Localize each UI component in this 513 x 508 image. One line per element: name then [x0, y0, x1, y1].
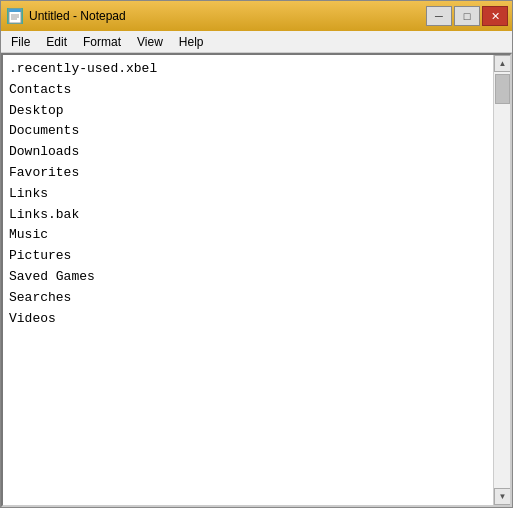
title-bar: Untitled - Notepad ─ □ ✕ — [1, 1, 512, 31]
maximize-button[interactable]: □ — [454, 6, 480, 26]
svg-rect-1 — [9, 9, 21, 12]
scroll-down-arrow[interactable]: ▼ — [494, 488, 511, 505]
menu-bar: File Edit Format View Help — [1, 31, 512, 53]
title-bar-left: Untitled - Notepad — [7, 8, 126, 24]
menu-view[interactable]: View — [129, 32, 171, 52]
window-title: Untitled - Notepad — [29, 9, 126, 23]
vertical-scrollbar: ▲ ▼ — [493, 55, 510, 505]
notepad-window: Untitled - Notepad ─ □ ✕ File Edit Forma… — [0, 0, 513, 508]
content-area: ▲ ▼ — [1, 53, 512, 507]
close-button[interactable]: ✕ — [482, 6, 508, 26]
window-controls: ─ □ ✕ — [426, 6, 508, 26]
menu-format[interactable]: Format — [75, 32, 129, 52]
minimize-button[interactable]: ─ — [426, 6, 452, 26]
scroll-up-arrow[interactable]: ▲ — [494, 55, 511, 72]
scroll-track[interactable] — [494, 72, 510, 488]
app-icon — [7, 8, 23, 24]
menu-file[interactable]: File — [3, 32, 38, 52]
scroll-thumb[interactable] — [495, 74, 510, 104]
text-editor[interactable] — [3, 55, 493, 505]
menu-help[interactable]: Help — [171, 32, 212, 52]
menu-edit[interactable]: Edit — [38, 32, 75, 52]
